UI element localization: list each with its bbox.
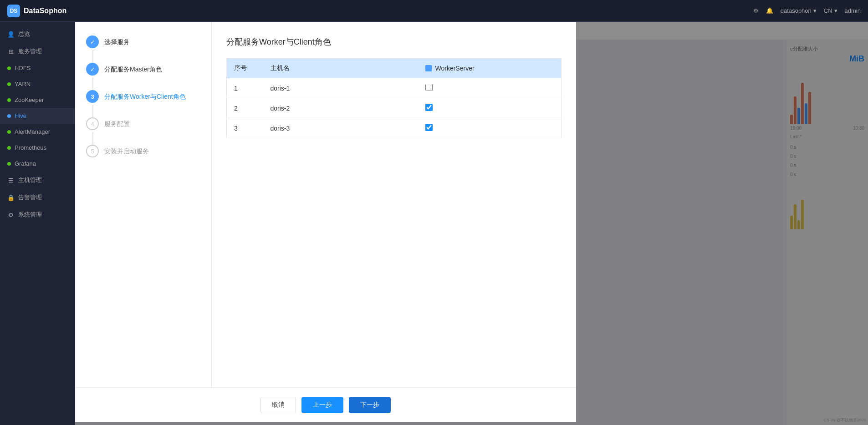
user-name: datasophon [781, 7, 812, 14]
col-header-role: WorkerServer [418, 59, 562, 78]
step-2-circle: ✓ [86, 63, 99, 76]
main-content-panel: 分配服务Worker与Client角色 序号 主机名 [212, 22, 576, 387]
user-dropdown-icon: ▾ [813, 7, 817, 14]
lang-label: CN [824, 7, 832, 14]
next-button[interactable]: 下一步 [349, 397, 391, 413]
sidebar-item-overview[interactable]: 👤 总览 [0, 25, 75, 43]
sidebar-item-system-management[interactable]: ⚙ 系统管理 [0, 206, 75, 223]
logo-icon: DS [7, 5, 20, 17]
modal-body: ✓ 选择服务 ✓ 分配服务Master角色 3 分配服务Worker与Clien… [75, 22, 576, 387]
settings-btn[interactable]: ⚙ [753, 7, 759, 14]
table-cell-role-0 [418, 78, 562, 98]
step-4: 4 服务配置 [86, 117, 200, 130]
topbar: DS DataSophon ⚙ 🔔 datasophon ▾ CN ▾ admi… [0, 0, 868, 22]
table-row: 2doris-2 [227, 98, 562, 118]
sidebar-item-grafana[interactable]: Grafana [0, 156, 75, 172]
hdfs-status-dot [7, 66, 11, 70]
hive-status-dot [7, 114, 11, 118]
lang-dropdown-icon: ▾ [834, 7, 837, 14]
table-cell-host-0: doris-1 [263, 78, 418, 98]
steps-panel: ✓ 选择服务 ✓ 分配服务Master角色 3 分配服务Worker与Clien… [75, 22, 212, 387]
sidebar-item-hdfs-label: HDFS [15, 65, 31, 71]
table-cell-host-1: doris-2 [263, 98, 418, 118]
sidebar-item-service-management[interactable]: ⊞ 服务管理 [0, 43, 75, 60]
step-1: ✓ 选择服务 [86, 35, 200, 48]
sidebar-item-prometheus[interactable]: Prometheus [0, 140, 75, 156]
sidebar-item-grafana-label: Grafana [15, 160, 36, 167]
sidebar-item-system-mgmt-label: 系统管理 [18, 211, 42, 219]
step-5: 5 安装并启动服务 [86, 145, 200, 157]
prev-button[interactable]: 上一步 [301, 397, 343, 413]
table-row: 1doris-1 [227, 78, 562, 98]
table-cell-role-1 [418, 98, 562, 118]
step-4-circle: 4 [86, 117, 99, 130]
modal-footer: 取消 上一步 下一步 [75, 387, 576, 422]
admin-label: admin [845, 7, 861, 14]
col-header-hostname: 主机名 [263, 59, 418, 78]
topbar-right: ⚙ 🔔 datasophon ▾ CN ▾ admin [753, 7, 861, 14]
logo-text: DataSophon [24, 7, 66, 15]
table-cell-num-0: 1 [227, 78, 263, 98]
bell-btn[interactable]: 🔔 [766, 7, 773, 14]
checkbox-worker-2[interactable] [425, 124, 433, 131]
step-2: ✓ 分配服务Master角色 [86, 63, 200, 76]
sidebar-item-yarn-label: YARN [15, 81, 31, 87]
alertmanager-status-dot [7, 130, 11, 134]
modal: ✓ 选择服务 ✓ 分配服务Master角色 3 分配服务Worker与Clien… [75, 22, 576, 422]
checkbox-worker-0[interactable] [425, 84, 433, 91]
service-mgmt-icon: ⊞ [7, 48, 15, 55]
col-header-role-label: WorkerServer [435, 65, 475, 72]
host-mgmt-icon: ☰ [7, 177, 15, 184]
sidebar-item-alertmanager[interactable]: AlertManager [0, 124, 75, 140]
sidebar-item-prometheus-label: Prometheus [15, 144, 46, 151]
sidebar-item-alert-mgmt-label: 告警管理 [18, 193, 42, 202]
user-dropdown[interactable]: datasophon ▾ [781, 7, 817, 14]
prometheus-status-dot [7, 146, 11, 150]
modal-overlay: ✓ 选择服务 ✓ 分配服务Master角色 3 分配服务Worker与Clien… [75, 22, 868, 425]
yarn-status-dot [7, 82, 11, 86]
sidebar-item-overview-label: 总览 [18, 30, 30, 38]
step-1-circle: ✓ [86, 35, 99, 48]
overview-icon: 👤 [7, 30, 15, 38]
zookeeper-status-dot [7, 98, 11, 102]
sidebar: 👤 总览 ⊞ 服务管理 HDFS YARN ZooKeeper Hive [0, 22, 75, 425]
cancel-button[interactable]: 取消 [260, 397, 296, 413]
table-cell-role-2 [418, 118, 562, 138]
sidebar-item-host-management[interactable]: ☰ 主机管理 [0, 172, 75, 189]
step-3-circle: 3 [86, 90, 99, 103]
step-1-label: 选择服务 [104, 35, 130, 47]
sidebar-item-zookeeper[interactable]: ZooKeeper [0, 92, 75, 108]
sidebar-item-alert-management[interactable]: 🔒 告警管理 [0, 189, 75, 206]
table-cell-num-1: 2 [227, 98, 263, 118]
role-color-box [425, 65, 432, 71]
step-5-label: 安装并启动服务 [104, 145, 149, 156]
table-cell-host-2: doris-3 [263, 118, 418, 138]
grafana-status-dot [7, 162, 11, 166]
checkbox-worker-1[interactable] [425, 104, 433, 111]
sidebar-item-yarn[interactable]: YARN [0, 76, 75, 92]
step-4-label: 服务配置 [104, 117, 130, 129]
table-row: 3doris-3 [227, 118, 562, 138]
step-3: 3 分配服务Worker与Client角色 [86, 90, 200, 103]
sidebar-item-alertmanager-label: AlertManager [15, 128, 50, 135]
content-area: 服务管理 / Hive ✓ 选择服务 ✓ [75, 22, 868, 425]
sidebar-item-hdfs[interactable]: HDFS [0, 60, 75, 76]
main-layout: 👤 总览 ⊞ 服务管理 HDFS YARN ZooKeeper Hive [0, 22, 868, 425]
col-header-num: 序号 [227, 59, 263, 78]
sidebar-item-hive-label: Hive [15, 112, 26, 119]
sidebar-item-hive[interactable]: Hive [0, 108, 75, 124]
step-3-label: 分配服务Worker与Client角色 [104, 90, 186, 101]
sidebar-item-service-mgmt-label: 服务管理 [18, 47, 42, 56]
panel-title: 分配服务Worker与Client角色 [226, 36, 562, 47]
system-mgmt-icon: ⚙ [7, 211, 15, 218]
step-2-label: 分配服务Master角色 [104, 63, 162, 74]
sidebar-item-host-mgmt-label: 主机管理 [18, 176, 42, 184]
table-cell-num-2: 3 [227, 118, 263, 138]
assign-table: 序号 主机名 WorkerServer [226, 58, 562, 138]
logo: DS DataSophon [7, 5, 66, 17]
alert-mgmt-icon: 🔒 [7, 194, 15, 201]
lang-dropdown[interactable]: CN ▾ [824, 7, 837, 14]
sidebar-item-zookeeper-label: ZooKeeper [15, 96, 44, 103]
step-5-circle: 5 [86, 145, 99, 157]
